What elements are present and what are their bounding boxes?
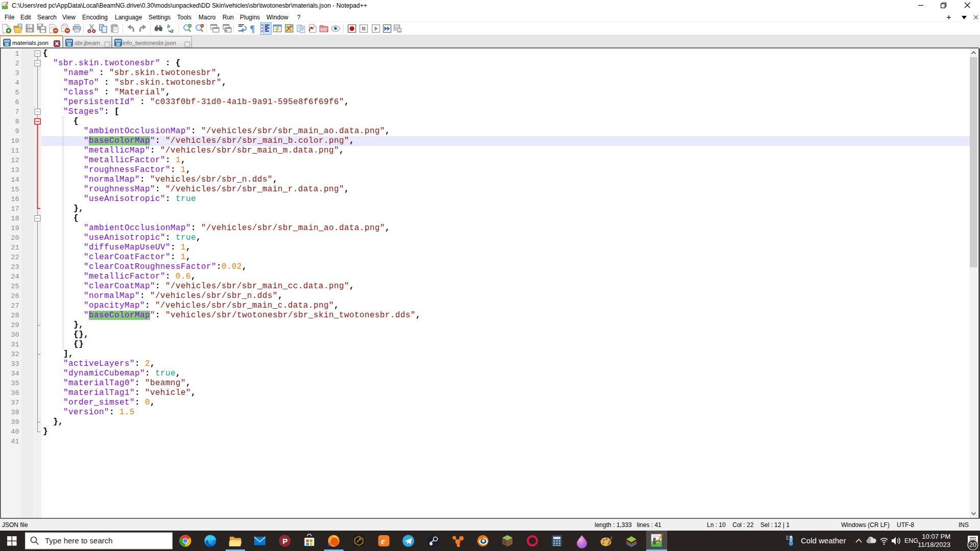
svg-text:P: P: [283, 537, 288, 545]
svg-text:a: a: [170, 27, 174, 34]
svg-text:e: e: [381, 536, 385, 546]
svg-text:¶: ¶: [250, 24, 255, 34]
